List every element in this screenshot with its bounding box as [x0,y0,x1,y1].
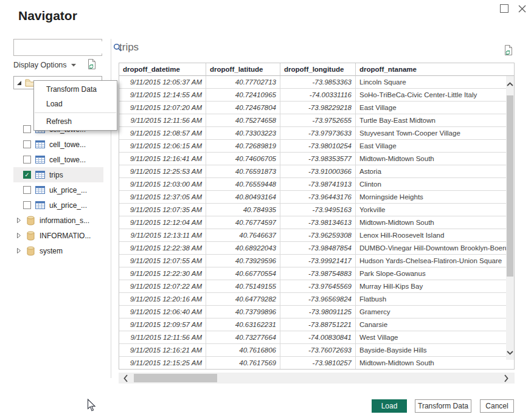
table-cell: 40.73277664 [206,331,280,344]
table-cell: -73.97973633 [280,127,356,140]
table-icon [35,171,45,179]
table-cell: 9/11/2015 12:22:38 AM [119,242,206,255]
preview-title: trips [119,41,139,53]
checkbox[interactable] [23,156,31,164]
tree-item-database[interactable]: information_s... [13,213,103,228]
table-cell: 9/11/2015 12:08:57 AM [119,127,206,140]
menu-item-load[interactable]: Load [34,97,117,111]
search-input[interactable] [14,41,113,53]
table-cell: -73.96443176 [280,191,356,204]
table-cell: -73.98741913 [280,178,356,191]
expand-collapsed-icon[interactable] [16,217,23,224]
scroll-right-icon[interactable] [504,374,508,385]
expand-expanded-icon[interactable] [16,80,22,86]
chevron-down-icon [71,64,76,67]
expand-collapsed-icon[interactable] [16,232,23,239]
scroll-down-icon[interactable] [506,351,514,355]
scroll-up-icon[interactable] [506,82,514,86]
table-cell: 9/11/2015 12:15:25 AM [119,357,206,369]
display-options-dropdown[interactable]: Display Options [13,61,76,69]
table-row: 9/11/2015 12:06:40 AM40.73799896-73.9809… [119,306,514,318]
table-cell: 9/11/2015 12:12:04 AM [119,216,206,229]
table-body: 9/11/2015 12:05:37 AM40.77702713-73.9853… [119,76,514,369]
checkbox[interactable] [23,171,31,179]
close-icon[interactable] [518,4,527,13]
table-cell: Bayside-Bayside Hills [356,344,514,357]
table-icon [35,156,45,164]
table-cell: Clinton [356,178,514,191]
table-row: 9/11/2015 12:07:55 AM40.73929596-73.9992… [119,255,514,267]
tree-item-database[interactable]: system [13,243,103,258]
table-cell: 40.784935 [206,204,280,216]
tree-item-label: uk_price_... [49,186,87,195]
table-cell: 9/11/2015 12:11:56 AM [119,114,206,127]
vertical-scrollbar-thumb[interactable] [507,95,513,277]
tree-item-table[interactable]: cell_towe... [13,137,103,152]
transform-data-button[interactable]: Transform Data [415,399,471,413]
load-button[interactable]: Load [372,399,407,413]
table-cell: 40.75274658 [206,114,280,127]
menu-separator [35,112,116,113]
table-cell: -73.88751221 [280,318,356,331]
table-cell: 40.75149155 [206,280,280,293]
maximize-icon[interactable] [500,4,508,13]
table-cell: Midtown-Midtown South [356,357,514,369]
tree-item-label: information_s... [40,216,89,225]
refresh-preview-icon[interactable] [504,44,513,58]
table-cell: -73.97645569 [280,280,356,293]
table-cell: -73.76072693 [280,344,356,357]
tree-item-table[interactable]: cell_towe... [13,152,103,167]
table-cell: 9/11/2015 12:14:55 AM [119,89,206,102]
table-cell: Gramercy [356,306,514,318]
tree-item-table[interactable]: trips [13,167,103,182]
table-row: 9/11/2015 12:14:55 AM40.72410965-74.0033… [119,89,514,102]
column-header-dropoff_ntaname[interactable]: dropoff_ntaname [356,63,514,76]
column-header-dropoff_latitude[interactable]: dropoff_latitude [206,63,280,76]
table-cell: 9/11/2015 12:07:55 AM [119,255,206,267]
table-row: 9/11/2015 12:07:20 AM40.72467804-73.9822… [119,102,514,114]
tree-item-table[interactable]: uk_price_... [13,198,103,213]
table-cell: 9/11/2015 12:07:22 AM [119,280,206,293]
tree-item-database[interactable]: INFORMATIO... [13,228,103,243]
dialog-title: Navigator [18,9,77,23]
table-cell: -73.9752655 [280,114,356,127]
column-header-dropoff_datetime[interactable]: dropoff_datetime [119,63,206,76]
database-icon [27,231,35,241]
table-cell: Lincoln Square [356,76,514,89]
expand-collapsed-icon[interactable] [16,247,23,254]
menu-item-refresh[interactable]: Refresh [34,114,117,129]
column-header-dropoff_longitude[interactable]: dropoff_longitude [280,63,356,76]
table-header-row: dropoff_datetimedropoff_latitudedropoff_… [119,63,514,76]
table-cell: -73.9495163 [280,204,356,216]
table-cell: -74.00331116 [280,89,356,102]
table-cell: -73.98229218 [280,102,356,114]
table-row: 9/11/2015 12:16:21 AM40.7616806-73.76072… [119,344,514,357]
search-box[interactable] [13,39,102,56]
tree-item-table[interactable]: uk_price_... [13,182,103,198]
tree-item-label: cell_towe... [49,156,86,164]
checkbox[interactable] [23,186,31,194]
table-cell: -73.98754883 [280,267,356,280]
menu-item-transform-data[interactable]: Transform Data [34,82,117,97]
table-cell: 40.76774597 [206,216,280,229]
table-row: 9/11/2015 12:08:57 AM40.73303223-73.9797… [119,127,514,140]
table-cell: 40.72467804 [206,102,280,114]
checkbox[interactable] [23,125,31,133]
table-row: 9/11/2015 12:22:30 AM40.66770554-73.9875… [119,267,514,280]
vertical-scrollbar[interactable] [506,76,514,360]
table-cell: Yorkville [356,204,514,216]
table-cell: 9/11/2015 12:25:53 AM [119,165,206,178]
checkbox[interactable] [23,201,31,209]
refresh-document-icon[interactable] [87,58,97,72]
table-cell: 9/11/2015 12:06:40 AM [119,306,206,318]
horizontal-scrollbar-thumb[interactable] [134,374,217,382]
table-cell: 9/11/2015 12:37:05 AM [119,191,206,204]
horizontal-scrollbar[interactable] [119,373,515,384]
table-cell: 9/11/2015 12:07:20 AM [119,102,206,114]
table-cell: Stuyvesant Town-Cooper Village [356,127,514,140]
cancel-button[interactable]: Cancel [480,399,514,413]
table-cell: 40.7646637 [206,229,280,242]
checkbox[interactable] [23,140,31,148]
table-row: 9/11/2015 12:37:05 AM40.80493164-73.9644… [119,191,514,204]
scroll-left-icon[interactable] [123,374,128,385]
